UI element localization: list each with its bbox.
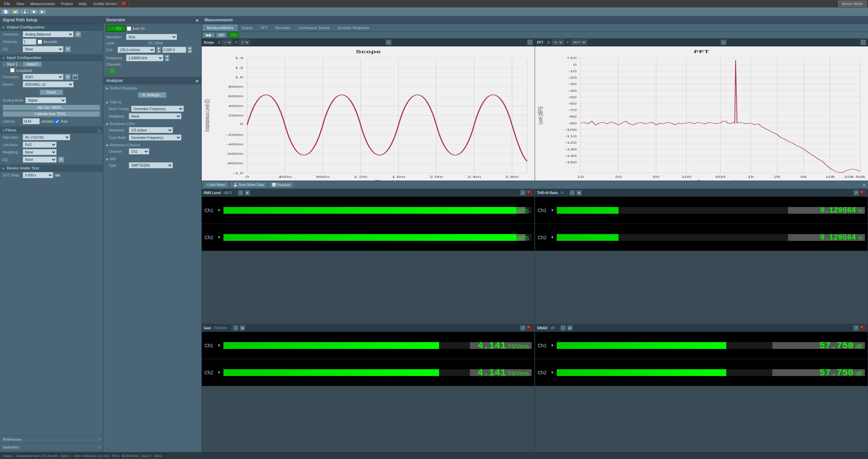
auto-checkbox[interactable] bbox=[55, 119, 59, 124]
rms-ch2-dropdown[interactable]: ▼ bbox=[217, 235, 221, 239]
toolbar-save[interactable]: 💾 bbox=[20, 9, 29, 14]
rms-close-btn[interactable]: ✕ bbox=[527, 190, 532, 195]
meas-on-btn[interactable]: ON bbox=[228, 33, 239, 38]
fft-add-btn[interactable]: + bbox=[721, 40, 726, 45]
frequency-select[interactable]: 1.00000 kHz bbox=[126, 55, 163, 61]
channels-input[interactable] bbox=[23, 39, 36, 45]
ch1-dc-dn-btn[interactable]: ▼ bbox=[188, 50, 192, 53]
rms-expand-icon[interactable]: ↗ bbox=[520, 190, 526, 195]
freq-dn-btn[interactable]: ▼ bbox=[165, 58, 170, 61]
sinad-expand-icon[interactable]: ↗ bbox=[853, 325, 859, 331]
filters-eq-select[interactable]: None bbox=[23, 157, 57, 163]
add-meter-btn[interactable]: + Add Meter bbox=[204, 182, 228, 188]
fft-x-select[interactable]: Hz bbox=[552, 40, 564, 45]
ch1-dc-input[interactable] bbox=[162, 47, 186, 53]
tune-mode-select[interactable]: Generator Frequency bbox=[129, 134, 181, 141]
ch1-level-dn-btn[interactable]: ▼ bbox=[156, 50, 161, 53]
eq-gear-btn[interactable]: ⚙ bbox=[65, 46, 71, 52]
tab-recorder[interactable]: Recorder bbox=[272, 25, 294, 31]
references-item[interactable]: References ↗ bbox=[0, 436, 103, 443]
generator-expand-btn[interactable]: ◼ bbox=[196, 18, 198, 22]
thdn-ch1-dropdown[interactable]: ▼ bbox=[551, 208, 554, 212]
imd-type-select[interactable]: SMPTE/DIN bbox=[129, 162, 173, 168]
menu-measurements[interactable]: Measurements bbox=[27, 1, 58, 6]
meas-tool-btn-1[interactable]: ▶▶ bbox=[203, 33, 215, 38]
thdn-minimize-btn[interactable]: □ bbox=[570, 190, 575, 195]
gain-expand-icon[interactable]: ↗ bbox=[520, 325, 526, 331]
regulate-btn[interactable]: 📊 Regulate bbox=[269, 182, 294, 188]
tab-fft[interactable]: FFT bbox=[257, 25, 271, 31]
bench-mode-button[interactable]: Bench Mode bbox=[838, 1, 867, 7]
dut-delay-select[interactable]: 0.000 s bbox=[23, 172, 53, 178]
menu-view[interactable]: View bbox=[14, 1, 27, 6]
toolbar-record[interactable]: ⏺ bbox=[30, 9, 38, 14]
thdn-weighting-select[interactable]: None bbox=[129, 113, 181, 119]
gain-maximize-btn[interactable]: ◆ bbox=[240, 325, 245, 331]
loopback-checkbox[interactable] bbox=[10, 68, 15, 72]
input1-tab[interactable]: Input 1 bbox=[3, 62, 22, 67]
mic-cal-btn[interactable]: Mic Cal / dBSPL... bbox=[3, 105, 100, 110]
filters-eq-gear-btn[interactable]: ⚙ bbox=[58, 157, 64, 163]
filters-collapse-btn[interactable]: △ bbox=[98, 128, 101, 132]
input-connector-select[interactable]: ASIO bbox=[23, 74, 63, 80]
sinad-ch1-dropdown[interactable]: ▼ bbox=[551, 343, 554, 347]
latency-input[interactable] bbox=[23, 118, 40, 124]
connector-gear-btn[interactable]: ⚙ bbox=[75, 31, 81, 37]
menu-file[interactable]: File bbox=[1, 1, 13, 6]
thdn-ch2-dropdown[interactable]: ▼ bbox=[551, 235, 554, 239]
fft-y-select[interactable]: dBFS bbox=[571, 40, 587, 45]
ref-channel-select[interactable]: Ch1 bbox=[129, 148, 149, 154]
sinad-close-btn[interactable]: ✕ bbox=[860, 325, 866, 331]
scope-y-select[interactable]: D bbox=[239, 40, 250, 45]
tab-continuous-sweep[interactable]: Continuous Sweep bbox=[295, 25, 333, 31]
eq-select[interactable]: None bbox=[23, 46, 63, 52]
toolbar-new[interactable]: 📄 bbox=[1, 9, 10, 14]
toolbar-play[interactable]: ▶ bbox=[39, 9, 46, 14]
thdn-expand-icon[interactable]: ↗ bbox=[853, 190, 859, 195]
menu-project[interactable]: Project bbox=[58, 1, 75, 6]
settings-btn[interactable]: ⚙ Settings... bbox=[138, 92, 166, 98]
generator-on-btn[interactable]: ON bbox=[106, 25, 125, 32]
ch1-dc-up-btn[interactable]: ▲ bbox=[188, 46, 192, 50]
rms-ch1-dropdown[interactable]: ▼ bbox=[217, 208, 221, 212]
meas-tool-btn-aa[interactable]: AA bbox=[216, 33, 226, 38]
weighting-select[interactable]: None bbox=[23, 149, 57, 155]
menu-help[interactable]: Help bbox=[76, 1, 89, 6]
waveform-select[interactable]: Sine bbox=[126, 34, 177, 40]
connector-select[interactable]: Analog Balanced bbox=[23, 31, 74, 37]
ch1-level-up-btn[interactable]: ▲ bbox=[156, 46, 161, 50]
toolbar-open[interactable]: 📁 bbox=[11, 9, 20, 14]
channel1-btn[interactable]: 1 bbox=[109, 68, 116, 74]
thdn-close-btn[interactable]: ✕ bbox=[860, 190, 866, 195]
switchers-item[interactable]: Switchers ↗ bbox=[0, 443, 103, 451]
dut-delay-up-btn[interactable]: ▲ bbox=[55, 174, 61, 177]
selectivity-select[interactable]: 1/3 octave bbox=[129, 127, 173, 133]
analyzer-expand-btn[interactable]: ◼ bbox=[196, 79, 198, 83]
input-connector-gear-btn[interactable]: ⚙ bbox=[65, 74, 71, 80]
ch1-level-select[interactable]: 235.0 mVrms bbox=[118, 47, 155, 53]
sinad-minimize-btn[interactable]: □ bbox=[560, 325, 566, 331]
reset-button[interactable]: Reset bbox=[40, 89, 63, 95]
scope-x-select[interactable]: s bbox=[222, 40, 232, 45]
tab-sweep[interactable]: Sweep bbox=[238, 25, 257, 31]
rms-maximize-btn[interactable]: ◆ bbox=[245, 190, 250, 195]
meters-expand-btn[interactable]: ▶ bbox=[863, 183, 866, 187]
tab-acoustic-response[interactable]: Acoustic Response bbox=[334, 25, 373, 31]
highpass-select[interactable]: AC (<10 Hz) bbox=[23, 134, 70, 140]
audible-off-btn[interactable]: Off bbox=[118, 1, 129, 6]
gain-ch2-dropdown[interactable]: ▼ bbox=[217, 371, 221, 374]
gain-close-btn[interactable]: ✕ bbox=[527, 325, 532, 331]
fft-expand-btn[interactable]: ⛶ bbox=[861, 40, 866, 45]
input-connector-gear2-btn[interactable]: 📷 bbox=[72, 74, 78, 80]
thdn-maximize-btn[interactable]: ◆ bbox=[576, 190, 582, 195]
input2-tab[interactable]: Input 2 bbox=[23, 62, 42, 67]
gain-ch1-dropdown[interactable]: ▼ bbox=[217, 343, 221, 347]
save-meter-btn[interactable]: 💾 Save Meter Data bbox=[230, 182, 267, 188]
scope-add-btn[interactable]: + bbox=[386, 40, 391, 45]
scaling-select[interactable]: Digital bbox=[25, 97, 66, 103]
device-select[interactable]: ASIO4ALL v2 bbox=[23, 81, 74, 87]
tab-monitors-meters[interactable]: Monitors/Meters bbox=[203, 25, 237, 31]
lowpass-select[interactable]: Fs/2 bbox=[23, 142, 57, 148]
auto-on-checkbox[interactable] bbox=[127, 26, 131, 31]
sinad-maximize-btn[interactable]: ◆ bbox=[567, 325, 573, 331]
